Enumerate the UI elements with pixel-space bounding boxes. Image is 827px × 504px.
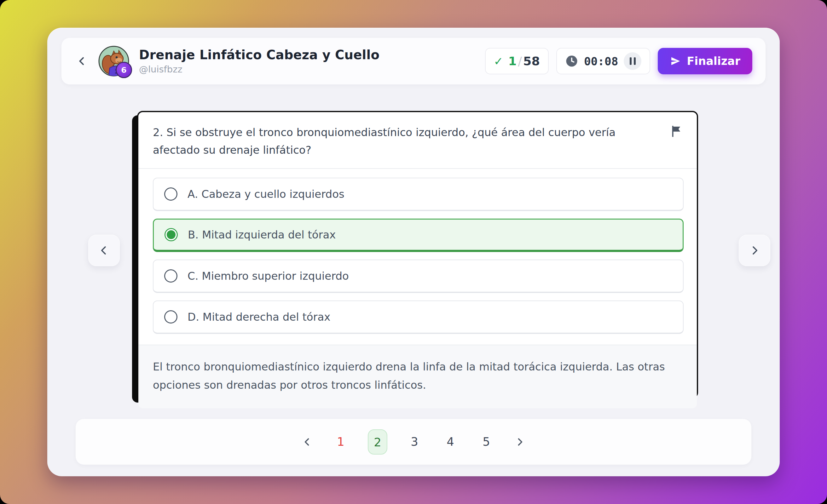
back-button[interactable] bbox=[75, 54, 90, 69]
radio-unselected-icon[interactable] bbox=[164, 310, 178, 323]
finish-button-label: Finalizar bbox=[687, 55, 740, 67]
radio-selected-icon[interactable] bbox=[164, 228, 178, 241]
level-badge: 6 bbox=[116, 62, 132, 78]
previous-question-button[interactable] bbox=[88, 235, 120, 266]
option-label: D. Mitad derecha del tórax bbox=[188, 311, 331, 323]
chevron-right-icon bbox=[514, 437, 525, 447]
chevron-left-icon bbox=[77, 55, 88, 67]
page-button-2-active[interactable]: 2 bbox=[368, 430, 387, 455]
page-button-3[interactable]: 3 bbox=[406, 435, 423, 449]
chevron-right-icon bbox=[748, 244, 761, 256]
total-count: 58 bbox=[523, 54, 540, 68]
pagination-next-button[interactable] bbox=[514, 436, 526, 448]
flag-button[interactable] bbox=[669, 125, 684, 140]
clock-icon bbox=[565, 54, 578, 68]
option-c[interactable]: C. Miembro superior izquierdo bbox=[153, 260, 684, 293]
page-button-1[interactable]: 1 bbox=[332, 435, 349, 449]
check-icon: ✓ bbox=[494, 55, 503, 68]
next-question-button[interactable] bbox=[739, 235, 770, 266]
timer: 00:08 bbox=[556, 48, 650, 74]
radio-unselected-icon[interactable] bbox=[164, 188, 178, 201]
app-panel: Σ 6 Drenaje Linfático Cabeza y Cuello @l… bbox=[47, 28, 780, 476]
question-header: 2. Si se obstruye el tronco bronquiomedi… bbox=[138, 112, 697, 169]
header-actions: ✓ 1/58 00:08 bbox=[485, 48, 752, 74]
pause-icon bbox=[630, 57, 632, 65]
answer-explanation: El tronco bronquiomediastínico izquierdo… bbox=[138, 345, 697, 408]
quiz-author-handle: @luisfbzz bbox=[139, 64, 485, 74]
option-label: A. Cabeza y cuello izquierdos bbox=[188, 188, 344, 200]
progress-counter: ✓ 1/58 bbox=[485, 48, 549, 74]
title-block: Drenaje Linfático Cabeza y Cuello @luisf… bbox=[139, 48, 485, 74]
flag-icon bbox=[669, 125, 683, 138]
option-label: C. Miembro superior izquierdo bbox=[188, 270, 349, 282]
page-button-5[interactable]: 5 bbox=[478, 435, 495, 449]
pagination: 1 2 3 4 5 bbox=[76, 419, 751, 465]
quiz-title: Drenaje Linfático Cabeza y Cuello bbox=[139, 48, 485, 62]
option-label: B. Mitad izquierda del tórax bbox=[188, 229, 336, 241]
answered-count: 1 bbox=[508, 54, 517, 68]
option-d[interactable]: D. Mitad derecha del tórax bbox=[153, 301, 684, 334]
chevron-left-icon bbox=[302, 437, 313, 447]
options-list: A. Cabeza y cuello izquierdos B. Mitad i… bbox=[138, 169, 697, 345]
avatar: Σ 6 bbox=[98, 45, 130, 77]
timer-value: 00:08 bbox=[584, 55, 618, 68]
chevron-left-icon bbox=[98, 244, 110, 256]
page-button-4[interactable]: 4 bbox=[442, 435, 459, 449]
pagination-prev-button[interactable] bbox=[301, 436, 313, 448]
send-icon bbox=[670, 55, 681, 67]
option-a[interactable]: A. Cabeza y cuello izquierdos bbox=[153, 178, 684, 211]
option-b[interactable]: B. Mitad izquierda del tórax bbox=[153, 218, 684, 252]
gradient-background: Σ 6 Drenaje Linfático Cabeza y Cuello @l… bbox=[0, 0, 827, 504]
radio-unselected-icon[interactable] bbox=[164, 269, 178, 283]
question-card: 2. Si se obstruye el tronco bronquiomedi… bbox=[137, 111, 698, 398]
pause-button[interactable] bbox=[624, 52, 641, 70]
header: Σ 6 Drenaje Linfático Cabeza y Cuello @l… bbox=[61, 38, 766, 85]
finish-button[interactable]: Finalizar bbox=[658, 48, 752, 74]
progress-separator: / bbox=[517, 54, 523, 68]
question-text: 2. Si se obstruye el tronco bronquiomedi… bbox=[153, 123, 669, 159]
